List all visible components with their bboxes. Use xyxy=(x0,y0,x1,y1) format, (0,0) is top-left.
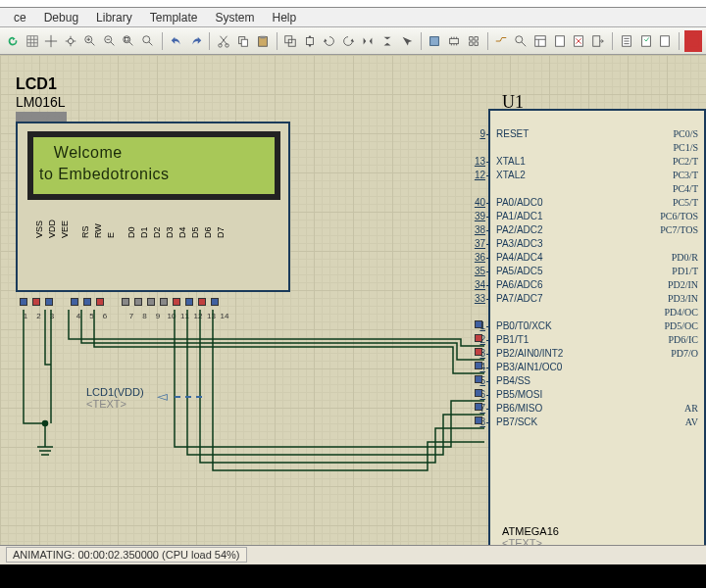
pin-indicator xyxy=(475,362,482,369)
wire-autoroute-icon[interactable] xyxy=(493,30,511,52)
new-sheet-icon[interactable] xyxy=(551,30,569,52)
erc-icon[interactable] xyxy=(637,30,655,52)
chip-partname: ATMEGA16<TEXT> xyxy=(502,525,559,545)
toolbar xyxy=(0,27,706,55)
chip-pin-PD6/IC[interactable]: PD6/IC xyxy=(668,334,704,345)
block-move-icon[interactable] xyxy=(301,30,319,52)
redo-icon[interactable] xyxy=(187,30,205,52)
center-icon[interactable] xyxy=(62,30,79,52)
rotate-ccw-icon[interactable] xyxy=(340,30,358,52)
rotate-cw-icon[interactable] xyxy=(321,30,338,52)
chip-pin-AV[interactable]: AV xyxy=(685,416,704,427)
schematic-canvas[interactable]: LCD1 LM016L <TEXT> Welcome to Embedotron… xyxy=(0,55,706,545)
chip-pin-PA5/ADC5[interactable]: 35PA5/ADC5 xyxy=(490,266,543,276)
zoom-fit-icon[interactable] xyxy=(121,30,138,52)
flip-v-icon[interactable] xyxy=(378,30,396,52)
pin-indicator xyxy=(475,416,482,424)
chip-pin-PA6/ADC6[interactable]: 34PA6/ADC6 xyxy=(490,279,543,290)
svg-rect-0 xyxy=(26,35,37,46)
svg-rect-22 xyxy=(593,35,600,46)
pick-icon[interactable] xyxy=(398,30,416,52)
grid-icon[interactable] xyxy=(24,30,41,52)
probe-wire xyxy=(175,396,202,398)
chip-pin-XTAL2[interactable]: 12XTAL2 xyxy=(490,170,526,180)
pin-indicator xyxy=(475,403,482,411)
chip-pin-PA0/ADC0[interactable]: 40PA0/ADC0 xyxy=(490,197,543,208)
title-bar xyxy=(0,0,706,8)
chip-pin-PB3/AIN1/OC0[interactable]: 4PB3/AIN1/OC0 xyxy=(490,362,562,372)
chip-pin-PD2/IN[interactable]: PD2/IN xyxy=(668,279,704,290)
chip-pin-PA4/ADC4[interactable]: 36PA4/ADC4 xyxy=(490,252,543,263)
chip-pin-PA7/ADC7[interactable]: 33PA7/ADC7 xyxy=(490,293,543,304)
chip-pin-PD3/IN[interactable]: PD3/IN xyxy=(668,293,704,304)
chip-pin-PA3/ADC3[interactable]: 37PA3/ADC3 xyxy=(490,238,543,249)
chip-pin-PB0/T0/XCK[interactable]: 1PB0/T0/XCK xyxy=(490,320,552,331)
menu-help[interactable]: Help xyxy=(264,9,304,26)
chip-pin-PD0/R[interactable]: PD0/R xyxy=(672,252,704,263)
undo-icon[interactable] xyxy=(168,30,185,52)
package-icon[interactable] xyxy=(426,30,443,52)
menu-library[interactable]: Library xyxy=(88,9,140,26)
chip-pin-PC6/TOS[interactable]: PC6/TOS xyxy=(660,211,704,221)
lcd-component[interactable]: Welcome to Embedotronics VSSVDDVEE RSRWE… xyxy=(16,122,290,292)
delete-sheet-icon[interactable] xyxy=(571,30,588,52)
chip-pin-PC5/T[interactable]: PC5/T xyxy=(673,197,704,208)
refresh-icon[interactable] xyxy=(4,30,22,52)
svg-rect-5 xyxy=(126,37,129,41)
svg-point-6 xyxy=(143,35,150,42)
zoom-in-icon[interactable] xyxy=(81,30,99,52)
chip-pin-PD7/O[interactable]: PD7/O xyxy=(671,348,704,359)
search-icon[interactable] xyxy=(512,30,530,52)
menu-system[interactable]: System xyxy=(207,9,262,26)
cut-icon[interactable] xyxy=(215,30,232,52)
chip-pin-PB7/SCK[interactable]: 8PB7/SCK xyxy=(490,416,537,427)
pin-indicator xyxy=(475,348,482,356)
chip-pin-PC3/T[interactable]: PC3/T xyxy=(673,170,704,180)
chip-pin-PD1/T[interactable]: PD1/T xyxy=(672,266,704,276)
copy-icon[interactable] xyxy=(234,30,252,52)
chip-pin-PA2/ADC2[interactable]: 38PA2/ADC2 xyxy=(490,224,543,235)
svg-point-4 xyxy=(124,35,130,42)
chip-pin-AR[interactable]: AR xyxy=(684,403,704,414)
chip-pin-PC0/S[interactable]: PC0/S xyxy=(673,128,704,139)
flip-h-icon[interactable] xyxy=(359,30,377,52)
chip-pin-PD4/OC[interactable]: PD4/OC xyxy=(665,307,704,318)
chip-pin-PD5/OC[interactable]: PD5/OC xyxy=(665,320,704,331)
pin-indicator xyxy=(475,320,482,328)
paste-icon[interactable] xyxy=(254,30,272,52)
zoom-area-icon[interactable] xyxy=(139,30,157,52)
property-icon[interactable] xyxy=(531,30,549,52)
make-device-icon[interactable] xyxy=(445,30,463,52)
chip-pin-PB6/MISO[interactable]: 7PB6/MISO xyxy=(490,403,542,414)
chip-pin-PA1/ADC1[interactable]: 39PA1/ADC1 xyxy=(490,211,543,221)
chip-pin-PB1/T1[interactable]: 2PB1/T1 xyxy=(490,334,529,345)
menu-debug[interactable]: Debug xyxy=(36,9,86,26)
menu-source[interactable]: ce xyxy=(6,9,34,26)
chip-pin-PB2/AIN0/INT2[interactable]: 3PB2/AIN0/INT2 xyxy=(490,348,563,359)
probe-icon[interactable]: ◅ xyxy=(157,388,168,404)
mcu-component[interactable]: 9RESET13XTAL112XTAL240PA0/ADC039PA1/ADC1… xyxy=(488,109,706,545)
bom-icon[interactable] xyxy=(618,30,635,52)
decompose-icon[interactable] xyxy=(465,30,482,52)
menu-bar: ce Debug Library Template System Help xyxy=(0,8,706,27)
chip-pin-PB4/SS[interactable]: 5PB4/SS xyxy=(490,375,530,386)
chip-pin-PB5/MOSI[interactable]: 6PB5/MOSI xyxy=(490,389,542,400)
svg-rect-15 xyxy=(306,37,313,44)
zoom-out-icon[interactable] xyxy=(101,30,119,52)
chip-pin-PC2/T[interactable]: PC2/T xyxy=(673,156,704,167)
net-label[interactable]: LCD1(VDD)<TEXT> xyxy=(86,386,144,410)
origin-icon[interactable] xyxy=(43,30,61,52)
chip-pin-PC1/S[interactable]: PC1/S xyxy=(673,142,704,153)
chip-pin-RESET[interactable]: 9RESET xyxy=(490,128,529,139)
chip-pin-XTAL1[interactable]: 13XTAL1 xyxy=(490,156,526,167)
exit-icon[interactable] xyxy=(589,30,607,52)
ares-icon[interactable] xyxy=(684,30,702,52)
svg-rect-16 xyxy=(430,36,439,45)
menu-template[interactable]: Template xyxy=(142,9,206,26)
chip-pin-PC4/T[interactable]: PC4/T xyxy=(673,183,704,194)
lcd-pin-labels: VSSVDDVEE RSRWE D0D1D2D3 D4D5D6D7 xyxy=(35,220,227,238)
netlist-icon[interactable] xyxy=(656,30,674,52)
svg-rect-10 xyxy=(241,39,247,46)
chip-pin-PC7/TOS[interactable]: PC7/TOS xyxy=(660,224,704,235)
block-copy-icon[interactable] xyxy=(281,30,299,52)
